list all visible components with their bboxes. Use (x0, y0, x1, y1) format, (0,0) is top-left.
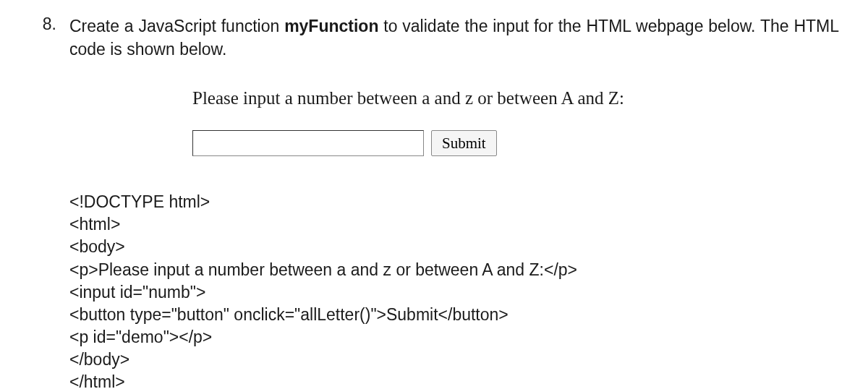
code-line: <input id="numb"> (69, 281, 839, 304)
code-line: <body> (69, 236, 839, 258)
code-block: <!DOCTYPE html> <html> <body> <p>Please … (69, 191, 839, 389)
preview-controls: Submit (192, 130, 839, 156)
preview-label: Please input a number between a and z or… (192, 88, 839, 108)
code-line: <button type="button" onclick="allLetter… (69, 304, 839, 326)
submit-button[interactable]: Submit (431, 130, 497, 156)
code-line: <html> (69, 213, 839, 236)
code-line: <p>Please input a number between a and z… (69, 259, 839, 281)
question-number: 8. (29, 14, 56, 34)
question-bold-term: myFunction (284, 17, 378, 35)
question-container: 8. Create a JavaScript function myFuncti… (29, 14, 839, 389)
rendered-preview: Please input a number between a and z or… (192, 88, 839, 156)
code-line: <!DOCTYPE html> (69, 191, 839, 213)
code-line: </html> (69, 371, 839, 389)
question-text: Create a JavaScript function myFunction … (69, 14, 839, 61)
preview-input[interactable] (192, 130, 424, 156)
code-line: <p id="demo"></p> (69, 326, 839, 349)
code-line: </body> (69, 349, 839, 371)
question-body: Create a JavaScript function myFunction … (69, 14, 839, 389)
question-text-part1: Create a JavaScript function (69, 17, 284, 35)
